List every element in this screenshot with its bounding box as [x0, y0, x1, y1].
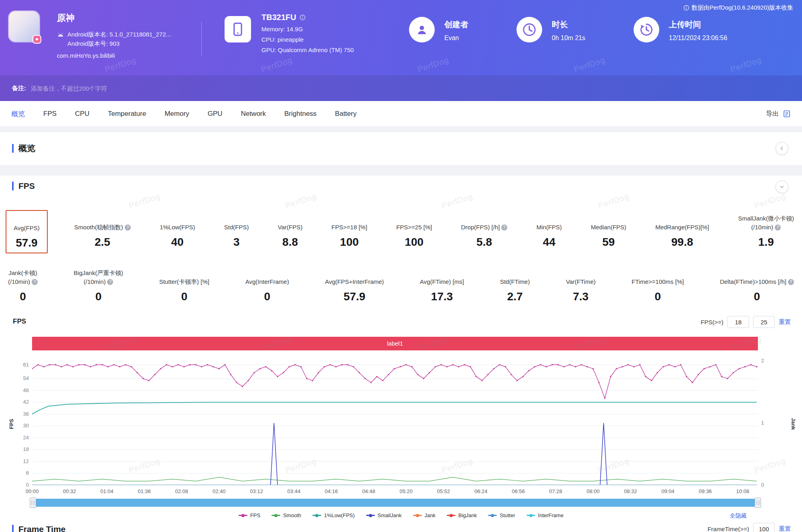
upload-time-label: 上传时间 — [669, 19, 701, 30]
chart-scrollbar-left-handle[interactable] — [30, 498, 36, 508]
tab-battery[interactable]: Battery — [335, 110, 356, 118]
stat-std-fps[interactable]: Std(FPS)3 — [222, 210, 251, 252]
x-axis-tick: 06:56 — [512, 488, 525, 494]
app-package: com.miHoYo.ys.bilibili — [57, 52, 115, 59]
legend-item-fps[interactable]: FPS — [239, 512, 260, 518]
upload-time-value: 12/11/2024 23:06:56 — [669, 34, 727, 42]
tab-brightness[interactable]: Brightness — [284, 110, 316, 118]
stat-value: 59 — [602, 236, 615, 249]
x-axis-tick: 10:08 — [736, 488, 749, 494]
info-icon — [683, 5, 689, 11]
stat-avg-interframe[interactable]: Avg(InterFrame)0 — [243, 265, 292, 306]
stat-var-fps[interactable]: Var(FPS)8.8 — [275, 210, 305, 252]
legend-item-1-low-fps-[interactable]: 1%Low(FPS) — [312, 512, 355, 518]
stat-big-jank[interactable]: BigJank(严重卡顿)(/10min)?0 — [71, 265, 126, 306]
stat-small-jank[interactable]: SmallJank(微小卡顿)(/10min)?1.9 — [736, 210, 796, 252]
legend-label: Jank — [425, 512, 435, 518]
x-axis-tick: 08:32 — [624, 488, 637, 494]
stat-medrange-fps[interactable]: MedRange(FPS)[%]99.8 — [653, 210, 711, 252]
legend-label: 1%Low(FPS) — [324, 512, 355, 518]
x-axis-tick: 00:32 — [63, 488, 76, 494]
device-info: TB321FU Memory: 14.9G CPU: pineapple GPU… — [261, 0, 354, 53]
legend-item-interframe[interactable]: InterFrame — [527, 512, 564, 518]
export-button[interactable]: 导出 — [766, 101, 791, 127]
frametime-threshold-input[interactable] — [753, 523, 775, 532]
y-axis-tick: 61 — [13, 362, 29, 368]
stat-delta-ftime[interactable]: Delta(FTime)>100ms [/h]?0 — [717, 265, 796, 306]
stat-fps-ge-25[interactable]: FPS>=25 [%]100 — [394, 210, 434, 252]
fps-collapse-button[interactable] — [776, 180, 788, 193]
stat-jank[interactable]: Jank(卡顿)(/10min)?0 — [6, 265, 40, 306]
app-version-block: Android版本名: 5.1.0_27118081_272... Androi… — [57, 30, 171, 48]
y-axis-tick: 24 — [13, 435, 29, 441]
stat-label: Avg(FTime) [ms] — [420, 268, 464, 286]
device-info-icon[interactable] — [300, 14, 306, 20]
fps-threshold-low-input[interactable] — [727, 316, 749, 328]
stat-stutter[interactable]: Stutter(卡顿率) [%]0 — [157, 265, 212, 306]
frametime-reset-link[interactable]: 重置 — [779, 525, 791, 532]
stat-label: BigJank(严重卡顿)(/10min)? — [74, 268, 123, 286]
chart-scrollbar[interactable] — [32, 499, 758, 507]
fps-threshold-high-input[interactable] — [753, 316, 775, 328]
tab-fps[interactable]: FPS — [43, 110, 57, 118]
y-axis-tick-right: 1 — [761, 420, 773, 426]
remark-input[interactable] — [30, 85, 279, 92]
stat-label: Avg(InterFrame) — [245, 268, 289, 286]
stat-smooth[interactable]: Smooth(稳帧指数)?2.5 — [72, 210, 133, 252]
help-icon[interactable]: ? — [775, 225, 781, 231]
stat-avg-fps[interactable]: Avg(FPS)57.9 — [6, 210, 48, 253]
fps-threshold-label: FPS(>=) — [701, 319, 723, 326]
tab-cpu[interactable]: CPU — [75, 110, 89, 118]
hide-all-link[interactable]: 全隐藏 — [730, 512, 747, 520]
fps-stats-row-1: Avg(FPS)57.9Smooth(稳帧指数)?2.51%Low(FPS)40… — [6, 210, 796, 253]
stat-min-fps[interactable]: Min(FPS)44 — [534, 210, 564, 252]
help-icon[interactable]: ? — [125, 225, 131, 231]
history-clock-icon — [634, 17, 659, 42]
stat-var-ftime[interactable]: Var(FTime)7.3 — [563, 265, 598, 306]
help-icon[interactable]: ? — [107, 279, 113, 285]
y-axis-tick: 6 — [13, 470, 29, 476]
tab-gpu[interactable]: GPU — [208, 110, 223, 118]
stat-fps-ge-18[interactable]: FPS>=18 [%]100 — [329, 210, 370, 252]
y-axis-tick: 48 — [13, 387, 29, 393]
stat-median-fps[interactable]: Median(FPS)59 — [588, 210, 628, 252]
stat-label: FTime>=100ms [%] — [632, 268, 684, 286]
frametime-section-title: Frame Time — [12, 524, 66, 532]
device-gpu: GPU: Qualcomm Adreno (TM) 750 — [261, 47, 354, 53]
stat-value: 0 — [754, 290, 760, 303]
stat-avg-ftime[interactable]: Avg(FTime) [ms]17.3 — [417, 265, 466, 306]
stat-label: Stutter(卡顿率) [%] — [159, 268, 209, 286]
legend-item-smalljank[interactable]: SmallJank — [366, 512, 402, 518]
stat-ftime-ge-100[interactable]: FTime>=100ms [%]0 — [629, 265, 686, 306]
legend-item-jank[interactable]: Jank — [413, 512, 435, 518]
stat-std-ftime[interactable]: Std(FTime)2.7 — [498, 265, 532, 306]
stat-low1-fps[interactable]: 1%Low(FPS)40 — [157, 210, 197, 252]
legend-item-smooth[interactable]: Smooth — [271, 512, 301, 518]
chart-scrollbar-right-handle[interactable] — [755, 498, 761, 508]
tab-temperature[interactable]: Temperature — [108, 110, 146, 118]
fps-chart-title: FPS — [13, 318, 26, 326]
stat-value: 8.8 — [282, 236, 298, 249]
fps-section-title: FPS — [12, 181, 35, 191]
device-model: TB321FU — [261, 13, 296, 22]
overview-collapse-button[interactable] — [776, 142, 788, 155]
help-icon[interactable]: ? — [32, 279, 38, 285]
legend-item-bigjank[interactable]: BigJank — [447, 512, 477, 518]
app-name: 原神 — [57, 12, 75, 24]
fps-reset-link[interactable]: 重置 — [779, 318, 791, 326]
stat-drop-fps[interactable]: Drop(FPS) [/h]?5.8 — [459, 210, 510, 252]
duration-label: 时长 — [552, 19, 568, 30]
help-icon[interactable]: ? — [788, 279, 794, 285]
tab-memory[interactable]: Memory — [164, 110, 189, 118]
tab-network[interactable]: Network — [241, 110, 266, 118]
tab-overview[interactable]: 概览 — [11, 109, 25, 119]
y-axis-tick: 42 — [13, 399, 29, 405]
help-icon[interactable]: ? — [501, 225, 507, 231]
legend-item-stutter[interactable]: Stutter — [488, 512, 515, 518]
navbar: 概览FPSCPUTemperatureMemoryGPUNetworkBrigh… — [0, 101, 802, 127]
stat-label: Var(FPS) — [278, 213, 302, 232]
duration-value: 0h 10m 21s — [552, 34, 585, 42]
export-label: 导出 — [766, 110, 779, 118]
stat-value: 100 — [340, 236, 359, 249]
stat-avg-fps-interframe[interactable]: Avg(FPS+InterFrame)57.9 — [322, 265, 386, 306]
